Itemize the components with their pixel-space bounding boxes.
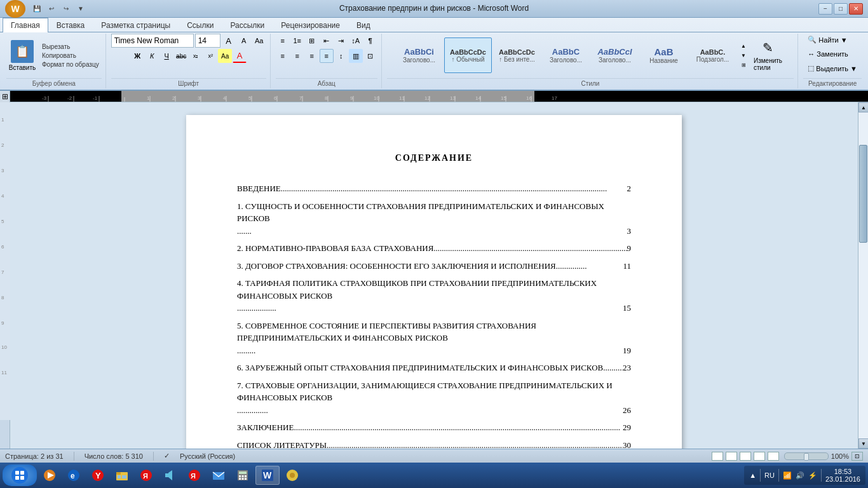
ruler-svg: -3 -2 -1 1 2 3 4 5 6 7 8 9 10 11 12 13 1… xyxy=(10,91,868,102)
numbering-button[interactable]: 1≡ xyxy=(290,34,304,48)
highlight-button[interactable]: Аа xyxy=(218,49,232,63)
scroll-track[interactable] xyxy=(858,112,868,438)
toc-dots-5: ......... xyxy=(237,344,623,357)
system-clock[interactable]: 18:53 23.01.2016 xyxy=(825,468,860,483)
decrease-indent[interactable]: ⇤ xyxy=(320,34,334,48)
cut-button[interactable]: Вырезать xyxy=(39,43,102,51)
font-size-shrink[interactable]: A xyxy=(237,34,251,48)
undo-button[interactable]: ↩ xyxy=(45,3,58,15)
status-left: Страница: 2 из 31 Число слов: 5 310 ✓ Ру… xyxy=(5,452,235,461)
taskbar-volume[interactable] xyxy=(159,466,182,485)
subscript-button[interactable]: x₂ xyxy=(189,49,203,63)
find-dropdown[interactable]: ▼ xyxy=(841,36,848,44)
taskbar-calc[interactable] xyxy=(231,466,254,485)
bullets-button[interactable]: ≡ xyxy=(276,34,290,48)
svg-rect-66 xyxy=(116,472,121,475)
style-subtitle[interactable]: AaBbC. Подзагол... xyxy=(689,37,736,73)
bold-button[interactable]: Ж xyxy=(130,49,144,63)
styles-more[interactable]: ⊞ xyxy=(739,60,748,69)
taskbar-yandex[interactable]: Y xyxy=(86,466,109,485)
taskbar-yandex-browser[interactable]: Я xyxy=(183,466,206,485)
maximize-button[interactable]: □ xyxy=(834,3,848,15)
multilevel-list[interactable]: ⊞ xyxy=(305,34,319,48)
vertical-scrollbar[interactable]: ▲ ▼ xyxy=(858,102,868,449)
align-left[interactable]: ≡ xyxy=(276,49,290,63)
style-normal[interactable]: AaBbCcDc ↑ Обычный xyxy=(444,37,492,73)
toc-dots-2: ........................................… xyxy=(433,242,627,255)
tab-home[interactable]: Главная xyxy=(3,18,48,32)
italic-button[interactable]: К xyxy=(145,49,159,63)
increase-indent[interactable]: ⇥ xyxy=(334,34,348,48)
justify[interactable]: ≡ xyxy=(320,49,334,63)
replace-button[interactable]: ↔ Заменить xyxy=(803,48,852,60)
zoom-fit-button[interactable]: ⊡ xyxy=(851,452,863,461)
style-title[interactable]: AаB Название xyxy=(640,37,688,73)
tab-page-layout[interactable]: Разметка страницы xyxy=(93,18,179,32)
scroll-down-button[interactable]: ▼ xyxy=(858,438,868,449)
taskbar-ie[interactable]: e xyxy=(62,466,85,485)
taskbar-explorer[interactable] xyxy=(111,466,133,485)
select-dropdown[interactable]: ▼ xyxy=(850,65,857,72)
tab-view[interactable]: Вид xyxy=(348,18,379,32)
save-button[interactable]: 💾 xyxy=(31,3,43,15)
align-center[interactable]: ≡ xyxy=(290,49,304,63)
borders-button[interactable]: ⊡ xyxy=(363,49,377,63)
scroll-thumb[interactable] xyxy=(859,145,867,243)
change-styles-button[interactable]: ✎ Изменить стили xyxy=(750,37,785,73)
tab-insert[interactable]: Вставка xyxy=(48,18,93,32)
strikethrough-button[interactable]: abc xyxy=(174,49,188,63)
quick-access-dropdown[interactable]: ▼ xyxy=(74,3,87,15)
align-right[interactable]: ≡ xyxy=(305,49,319,63)
style-heading1[interactable]: AaBbCi Заголово... xyxy=(395,37,443,73)
font-size-selector[interactable]: 14 xyxy=(195,34,220,48)
tab-mailings[interactable]: Рассылки xyxy=(222,18,273,32)
clear-formatting[interactable]: Аа xyxy=(252,34,266,48)
tray-lang[interactable]: RU xyxy=(764,471,775,479)
start-button[interactable] xyxy=(3,464,37,486)
minimize-button[interactable]: − xyxy=(818,3,832,15)
copy-button[interactable]: Копировать xyxy=(39,51,102,60)
select-button[interactable]: ⬚ Выделить ▼ xyxy=(803,62,862,74)
show-formatting[interactable]: ¶ xyxy=(363,34,377,48)
find-button[interactable]: 🔍 Найти ▼ xyxy=(803,34,851,46)
underline-button[interactable]: Ч xyxy=(159,49,173,63)
ruler-corner[interactable]: ⊞ xyxy=(0,91,10,102)
redo-button[interactable]: ↪ xyxy=(60,3,72,15)
taskbar-paint[interactable] xyxy=(281,466,304,485)
paste-button[interactable]: 📋 Вставить xyxy=(6,37,38,73)
document-page[interactable]: СОДЕРЖАНИЕ ВВЕДЕНИЕ ....................… xyxy=(186,115,682,449)
format-painter-button[interactable]: Формат по образцу xyxy=(39,60,102,69)
style-heading2[interactable]: AaBbC Заголово... xyxy=(542,37,590,73)
close-button[interactable]: ✕ xyxy=(849,3,863,15)
taskbar-yandex2[interactable]: Я xyxy=(135,466,158,485)
view-outline[interactable] xyxy=(754,452,765,461)
taskbar-word[interactable]: W xyxy=(255,466,280,485)
tray-arrow[interactable]: ▲ xyxy=(749,471,756,479)
styles-scroll-down[interactable]: ▼ xyxy=(739,51,748,60)
sort-button[interactable]: ↕A xyxy=(349,34,363,48)
font-name-selector[interactable]: Times New Roman xyxy=(111,34,194,48)
style-no-spacing[interactable]: AaBbCcDc ↑ Без инте... xyxy=(493,37,541,73)
font-color-button[interactable]: А xyxy=(233,49,247,63)
view-normal[interactable] xyxy=(712,452,723,461)
view-reading[interactable] xyxy=(726,452,737,461)
office-button[interactable]: W xyxy=(5,0,25,18)
yandex2-icon: Я xyxy=(140,469,153,482)
volume-tray-icon: 🔊 xyxy=(796,471,804,480)
zoom-slider[interactable] xyxy=(784,452,829,460)
superscript-button[interactable]: x² xyxy=(203,49,217,63)
tab-references[interactable]: Ссылки xyxy=(179,18,222,32)
svg-text:-3: -3 xyxy=(42,95,47,101)
styles-scroll-up[interactable]: ▲ xyxy=(739,41,748,50)
shading-button[interactable]: ▥ xyxy=(349,49,363,63)
style-heading3[interactable]: AaBbCcI Заголово... xyxy=(591,37,639,73)
line-spacing[interactable]: ↕ xyxy=(334,49,348,63)
scroll-up-button[interactable]: ▲ xyxy=(858,102,868,112)
taskbar-email[interactable] xyxy=(207,466,230,485)
view-web[interactable] xyxy=(740,452,751,461)
taskbar-media-player[interactable] xyxy=(38,466,61,485)
zoom-thumb[interactable] xyxy=(804,453,809,461)
font-size-grow[interactable]: A xyxy=(222,34,236,48)
tab-review[interactable]: Рецензирование xyxy=(273,18,348,32)
view-draft[interactable] xyxy=(768,452,779,461)
